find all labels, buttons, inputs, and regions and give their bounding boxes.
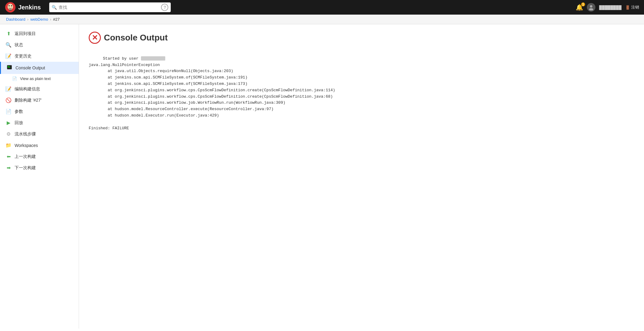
sidebar-item-parameters[interactable]: 📄 参数	[0, 106, 79, 117]
search-input[interactable]	[59, 5, 159, 10]
search-bar[interactable]: 🔍 ?	[49, 2, 171, 12]
replay-icon: ▶	[5, 120, 12, 126]
svg-point-5	[590, 5, 592, 8]
pipeline-steps-icon: ⚙	[5, 131, 12, 137]
breadcrumb: Dashboard › webDemo › #27	[0, 15, 644, 24]
svg-point-3	[11, 5, 12, 6]
sidebar-item-delete-build[interactable]: 🚫 删除构建 '#27'	[0, 95, 79, 106]
main-layout: ⬆ 返回到项目 🔍 状态 📝 变更历史 Console Output 📄 Vie…	[0, 24, 644, 329]
sidebar-item-prev-build[interactable]: ⬅ 上一次构建	[0, 151, 79, 162]
parameters-icon: 📄	[5, 109, 12, 114]
page-title: Console Output	[104, 33, 168, 43]
search-icon: 🔍	[52, 5, 57, 10]
svg-rect-10	[8, 67, 10, 68]
page-title-row: ✕ Console Output	[89, 32, 634, 44]
sidebar-item-pipeline-steps[interactable]: ⚙ 流水线步骤	[0, 128, 79, 140]
started-by-line: Started by user	[103, 56, 165, 61]
logout-button[interactable]: 🚪 注销	[625, 5, 639, 10]
error-icon: ✕	[89, 32, 101, 44]
delete-build-icon: 🚫	[5, 97, 12, 103]
sidebar-item-next-build[interactable]: ➡ 下一次构建	[0, 162, 79, 173]
user-redacted	[141, 56, 165, 61]
sidebar-item-console-output[interactable]: Console Output	[0, 62, 79, 74]
breadcrumb-sep-1: ›	[27, 17, 29, 22]
sidebar-item-replay[interactable]: ▶ 回放	[0, 117, 79, 128]
finished-line: Finished: FAILURE	[89, 126, 129, 131]
breadcrumb-build: #27	[53, 17, 60, 22]
breadcrumb-dashboard[interactable]: Dashboard	[6, 17, 26, 22]
prev-build-icon: ⬅	[5, 154, 12, 159]
back-to-project-icon: ⬆	[5, 31, 12, 37]
notification-badge: 1	[581, 2, 585, 6]
svg-point-6	[589, 8, 593, 10]
console-output-text: Started by user java.lang.NullPointerExc…	[89, 49, 634, 138]
header-right: 🔔 1 ████████ 🚪 注销	[576, 3, 639, 12]
jenkins-title: Jenkins	[18, 4, 41, 11]
svg-rect-9	[8, 66, 9, 67]
header: Jenkins 🔍 ? 🔔 1 ████████ 🚪 注销	[0, 0, 644, 15]
notification-bell[interactable]: 🔔 1	[576, 4, 583, 11]
workspaces-icon: 📁	[5, 142, 12, 148]
view-plain-text-icon: 📄	[12, 76, 17, 81]
help-icon[interactable]: ?	[161, 4, 168, 11]
user-name: ████████	[599, 5, 622, 10]
status-icon: 🔍	[5, 42, 12, 48]
sidebar: ⬆ 返回到项目 🔍 状态 📝 变更历史 Console Output 📄 Vie…	[0, 24, 79, 329]
svg-rect-4	[9, 9, 12, 11]
breadcrumb-sep-2: ›	[50, 17, 51, 22]
content-area: ✕ Console Output Started by user java.la…	[79, 24, 644, 329]
sidebar-item-workspaces[interactable]: 📁 Workspaces	[0, 140, 79, 151]
breadcrumb-webdemo[interactable]: webDemo	[30, 17, 48, 22]
svg-point-1	[8, 4, 13, 10]
user-avatar	[587, 3, 595, 12]
sidebar-item-changes[interactable]: 📝 变更历史	[0, 51, 79, 62]
sidebar-item-back-to-project[interactable]: ⬆ 返回到项目	[0, 28, 79, 39]
jenkins-logo-icon	[5, 2, 16, 13]
exception-line: java.lang.NullPointerException	[89, 63, 160, 67]
stack-lines: at java.util.Objects.requireNonNull(Obje…	[89, 69, 335, 118]
sidebar-item-edit-build-info[interactable]: 📝 编辑构建信息	[0, 83, 79, 95]
sidebar-sub-item-view-plain-text[interactable]: 📄 View as plain text	[0, 74, 79, 83]
edit-build-info-icon: 📝	[5, 86, 12, 92]
console-output-icon	[6, 64, 12, 71]
logo-area: Jenkins	[5, 2, 41, 13]
next-build-icon: ➡	[5, 165, 12, 171]
changes-icon: 📝	[5, 53, 12, 59]
svg-point-2	[9, 5, 10, 6]
sidebar-item-status[interactable]: 🔍 状态	[0, 39, 79, 51]
